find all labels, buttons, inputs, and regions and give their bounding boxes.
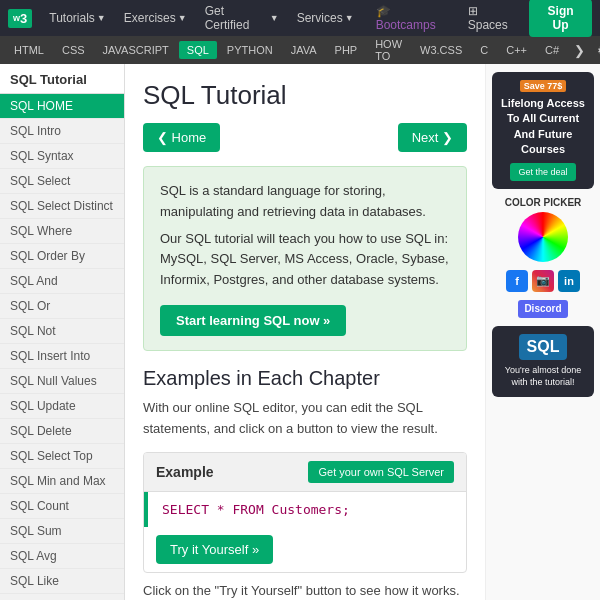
language-bar: HTML CSS JAVASCRIPT SQL PYTHON JAVA PHP …: [0, 36, 600, 64]
sidebar-title: SQL Tutorial: [0, 64, 124, 94]
sidebar-item-select[interactable]: SQL Select: [0, 169, 124, 194]
intro-text-2: Our SQL tutorial will teach you how to u…: [160, 229, 450, 291]
lang-howto[interactable]: HOW TO: [367, 36, 410, 64]
examples-section-title: Examples in Each Chapter: [143, 367, 467, 390]
lang-html[interactable]: HTML: [6, 41, 52, 59]
save-badge: Save 77$: [520, 80, 567, 92]
main-content: SQL Tutorial ❮ Home Next ❯ SQL is a stan…: [125, 64, 485, 600]
sidebar-item-not[interactable]: SQL Not: [0, 319, 124, 344]
sidebar-item-like[interactable]: SQL Like: [0, 569, 124, 594]
main-layout: SQL Tutorial SQL HOME SQL Intro SQL Synt…: [0, 64, 600, 600]
lang-css[interactable]: CSS: [54, 41, 93, 59]
click-hint-text: Click on the "Try it Yourself" button to…: [143, 583, 467, 598]
example-label: Example: [156, 464, 214, 480]
linkedin-icon[interactable]: in: [558, 270, 580, 292]
sidebar-item-avg[interactable]: SQL Avg: [0, 544, 124, 569]
nav-certified[interactable]: Get Certified▼: [198, 0, 286, 36]
sidebar-item-order-by[interactable]: SQL Order By: [0, 244, 124, 269]
page-title: SQL Tutorial: [143, 80, 467, 111]
sidebar-item-count[interactable]: SQL Count: [0, 494, 124, 519]
sidebar-item-syntax[interactable]: SQL Syntax: [0, 144, 124, 169]
sidebar-item-null-values[interactable]: SQL Null Values: [0, 369, 124, 394]
lang-python[interactable]: PYTHON: [219, 41, 281, 59]
sidebar-item-update[interactable]: SQL Update: [0, 394, 124, 419]
nav-services[interactable]: Services▼: [290, 7, 361, 29]
intro-box: SQL is a standard language for storing, …: [143, 166, 467, 351]
lang-sql[interactable]: SQL: [179, 41, 217, 59]
sidebar-item-wildcards[interactable]: SQL Wildcards: [0, 594, 124, 600]
next-button[interactable]: Next ❯: [398, 123, 467, 152]
instagram-icon[interactable]: 📷: [532, 270, 554, 292]
nav-buttons: ❮ Home Next ❯: [143, 123, 467, 152]
sidebar-item-and[interactable]: SQL And: [0, 269, 124, 294]
color-wheel-icon[interactable]: [518, 212, 568, 262]
deal-button[interactable]: Get the deal: [510, 163, 575, 181]
lang-more[interactable]: ❯: [569, 40, 590, 61]
sidebar-item-select-distinct[interactable]: SQL Select Distinct: [0, 194, 124, 219]
social-row: f 📷 in: [492, 270, 594, 292]
nav-exercises[interactable]: Exercises▼: [117, 7, 194, 29]
sql-promo-text: You're almost done with the tutorial!: [498, 364, 588, 389]
ad-box: Save 77$ Lifelong Access To All Current …: [492, 72, 594, 189]
sql-promo-box: SQL You're almost done with the tutorial…: [492, 326, 594, 397]
sidebar-item-home[interactable]: SQL HOME: [0, 94, 124, 119]
bootcamps-link[interactable]: 🎓 Bootcamps: [369, 0, 457, 36]
top-nav: w3 Tutorials▼ Exercises▼ Get Certified▼ …: [0, 0, 600, 36]
lang-settings-icon[interactable]: ⚙: [592, 40, 600, 61]
sql-server-button[interactable]: Get your own SQL Server: [308, 461, 454, 483]
sidebar-item-sum[interactable]: SQL Sum: [0, 519, 124, 544]
examples-section-text: With our online SQL editor, you can edit…: [143, 398, 467, 440]
signup-button[interactable]: Sign Up: [529, 0, 592, 37]
sidebar-item-delete[interactable]: SQL Delete: [0, 419, 124, 444]
intro-text-1: SQL is a standard language for storing, …: [160, 181, 450, 223]
facebook-icon[interactable]: f: [506, 270, 528, 292]
lang-cpp[interactable]: C++: [498, 41, 535, 59]
nav-tutorials[interactable]: Tutorials▼: [42, 7, 113, 29]
example-box: Example Get your own SQL Server SELECT *…: [143, 452, 467, 573]
lang-java[interactable]: JAVA: [283, 41, 325, 59]
sidebar-item-select-top[interactable]: SQL Select Top: [0, 444, 124, 469]
sidebar-item-intro[interactable]: SQL Intro: [0, 119, 124, 144]
sidebar-item-where[interactable]: SQL Where: [0, 219, 124, 244]
w3-logo[interactable]: w3: [8, 9, 32, 28]
lang-csharp[interactable]: C#: [537, 41, 567, 59]
example-header: Example Get your own SQL Server: [144, 453, 466, 492]
lang-w3css[interactable]: W3.CSS: [412, 41, 470, 59]
lang-php[interactable]: PHP: [327, 41, 366, 59]
home-button[interactable]: ❮ Home: [143, 123, 220, 152]
ad-title: Lifelong Access To All Current And Futur…: [499, 96, 587, 158]
code-text: SELECT * FROM Customers;: [162, 502, 350, 517]
color-picker-box: COLOR PICKER: [492, 197, 594, 262]
lang-c[interactable]: C: [472, 41, 496, 59]
sidebar-item-or[interactable]: SQL Or: [0, 294, 124, 319]
lang-javascript[interactable]: JAVASCRIPT: [95, 41, 177, 59]
try-it-button[interactable]: Try it Yourself »: [156, 535, 273, 564]
sidebar-item-min-max[interactable]: SQL Min and Max: [0, 469, 124, 494]
color-picker-label: COLOR PICKER: [492, 197, 594, 208]
start-learning-button[interactable]: Start learning SQL now »: [160, 305, 346, 336]
right-panel: Save 77$ Lifelong Access To All Current …: [485, 64, 600, 600]
discord-icon[interactable]: Discord: [518, 300, 568, 318]
sql-badge: SQL: [519, 334, 568, 360]
sidebar-item-insert-into[interactable]: SQL Insert Into: [0, 344, 124, 369]
code-block: SELECT * FROM Customers;: [144, 492, 466, 527]
sidebar: SQL Tutorial SQL HOME SQL Intro SQL Synt…: [0, 64, 125, 600]
spaces-link[interactable]: ⊞ Spaces: [461, 0, 525, 36]
